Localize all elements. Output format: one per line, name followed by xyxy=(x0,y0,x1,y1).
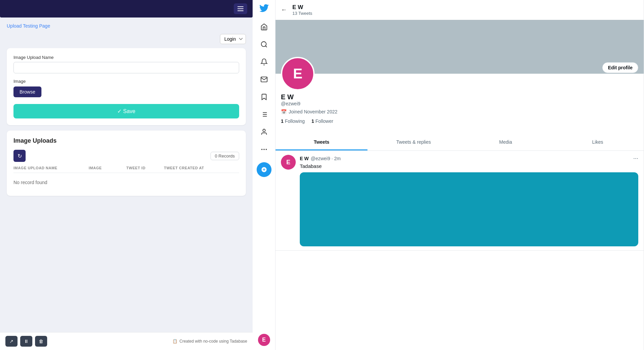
image-uploads-title: Image Uploads xyxy=(13,137,239,144)
right-panel: E ← E W 13 Tweets E Edit profile E W @ez… xyxy=(253,0,644,350)
app-header xyxy=(0,0,253,18)
col-image-upload-name: IMAGE UPLOAD NAME xyxy=(13,166,89,170)
svg-point-0 xyxy=(261,42,266,47)
hamburger-button[interactable] xyxy=(234,3,247,14)
svg-point-8 xyxy=(263,129,265,132)
table-toolbar: ↻ 0 Records xyxy=(13,150,239,162)
hamburger-line-1 xyxy=(237,6,244,7)
upload-form-card: Image Upload Name Image Browse ✓ Save xyxy=(7,48,246,125)
delete-icon: 🗑 xyxy=(39,339,43,344)
footer-actions: ↗ ⏸ 🗑 xyxy=(5,336,47,347)
sidebar-item-profile[interactable] xyxy=(257,125,271,139)
tweet-more-button[interactable]: ··· xyxy=(633,155,638,162)
followers-stat[interactable]: 1 Follower xyxy=(312,118,333,124)
tab-media[interactable]: Media xyxy=(460,135,552,150)
twitter-sidebar: E xyxy=(253,0,276,350)
profile-header-name: E W xyxy=(292,4,312,11)
pause-icon: ⏸ xyxy=(24,339,29,344)
profile-meta: 📅 Joined November 2022 xyxy=(281,109,638,114)
profile-section: E Edit profile E W @ezwei9 📅 Joined Nove… xyxy=(276,57,644,135)
tweet-user-info: E W @ezwei9 · 2m xyxy=(300,156,341,161)
twitter-logo xyxy=(259,4,269,14)
col-tweet-created-at: TWEET CREATED AT xyxy=(164,166,239,170)
sidebar-item-lists[interactable] xyxy=(257,107,271,122)
tab-tweets[interactable]: Tweets xyxy=(276,135,367,150)
back-button[interactable]: ← xyxy=(281,6,287,13)
table-header: IMAGE UPLOAD NAME IMAGE TWEET ID TWEET C… xyxy=(13,166,239,173)
tweet-header: E W @ezwei9 · 2m ··· xyxy=(300,155,638,162)
image-field-label: Image xyxy=(13,79,239,84)
login-select[interactable]: Login xyxy=(220,34,246,44)
svg-line-1 xyxy=(265,46,267,47)
breadcrumb[interactable]: Upload Testing Page xyxy=(7,23,50,29)
image-field: Browse xyxy=(13,86,239,104)
left-content: Upload Testing Page Login Image Upload N… xyxy=(0,18,253,332)
col-image: IMAGE xyxy=(89,166,126,170)
profile-header-tweet-count: 13 Tweets xyxy=(292,11,312,16)
sidebar-item-search[interactable] xyxy=(257,37,271,52)
joined-date: Joined November 2022 xyxy=(289,109,337,114)
tweet-text: Tadabase xyxy=(300,163,638,169)
tab-tweets-replies[interactable]: Tweets & replies xyxy=(367,135,459,150)
profile-tabs: Tweets Tweets & replies Media Likes xyxy=(276,135,644,151)
left-panel: Upload Testing Page Login Image Upload N… xyxy=(0,0,253,350)
sidebar-item-more[interactable] xyxy=(257,142,271,157)
back-icon: ← xyxy=(281,6,287,13)
records-badge: 0 Records xyxy=(211,152,239,160)
tweet-avatar: E xyxy=(281,155,296,170)
save-button[interactable]: ✓ Save xyxy=(13,104,239,118)
following-label: Following xyxy=(285,118,305,124)
following-stat[interactable]: 1 Following xyxy=(281,118,305,124)
profile-header-info: E W 13 Tweets xyxy=(292,4,312,16)
svg-point-11 xyxy=(261,149,262,150)
footer-brand: 📋 Created with no-code using Tadabase xyxy=(172,339,247,344)
compose-button[interactable] xyxy=(257,162,271,177)
profile-avatar: E xyxy=(281,57,315,91)
tweet-content: E W @ezwei9 · 2m ··· Tadabase xyxy=(300,155,638,246)
external-link-icon: ↗ xyxy=(9,339,13,344)
image-upload-name-input[interactable] xyxy=(13,62,239,73)
col-tweet-id: TWEET ID xyxy=(126,166,164,170)
edit-profile-button[interactable]: Edit profile xyxy=(602,62,638,73)
image-uploads-card: Image Uploads ↻ 0 Records IMAGE UPLOAD N… xyxy=(7,131,246,196)
sidebar-item-notifications[interactable] xyxy=(257,55,271,69)
image-upload-name-label: Image Upload Name xyxy=(13,55,239,60)
footer-brand-text: Created with no-code using Tadabase xyxy=(180,339,247,344)
sidebar-profile-avatar[interactable]: E xyxy=(258,334,270,346)
no-record-message: No record found xyxy=(13,176,239,189)
twitter-main: ← E W 13 Tweets E Edit profile E W @ezwe… xyxy=(276,0,644,350)
profile-name: E W xyxy=(281,93,638,101)
sidebar-item-messages[interactable] xyxy=(257,72,271,87)
following-count: 1 xyxy=(281,118,284,124)
hamburger-line-3 xyxy=(237,10,244,11)
refresh-button[interactable]: ↻ xyxy=(13,150,26,162)
profile-header-bar: ← E W 13 Tweets xyxy=(276,0,644,20)
tab-likes[interactable]: Likes xyxy=(552,135,644,150)
refresh-icon: ↻ xyxy=(18,153,22,159)
profile-handle: @ezwei9 xyxy=(281,101,638,106)
tweet-handle-time: @ezwei9 · 2m xyxy=(311,156,341,161)
tweet-container: E E W @ezwei9 · 2m ··· Tadabase xyxy=(276,151,644,251)
pause-button[interactable]: ⏸ xyxy=(20,336,32,347)
tadabase-icon: 📋 xyxy=(172,339,178,344)
followers-label: Follower xyxy=(316,118,333,124)
delete-button[interactable]: 🗑 xyxy=(35,336,47,347)
followers-count: 1 xyxy=(312,118,314,124)
sidebar-item-home[interactable] xyxy=(257,20,271,34)
profile-stats: 1 Following 1 Follower xyxy=(281,118,638,124)
left-footer: ↗ ⏸ 🗑 📋 Created with no-code using Tadab… xyxy=(0,332,253,350)
svg-point-9 xyxy=(264,149,264,150)
tweet-image xyxy=(300,172,638,246)
tweet-name: E W xyxy=(300,156,309,161)
external-link-button[interactable]: ↗ xyxy=(5,336,18,347)
svg-point-10 xyxy=(266,149,266,150)
browse-button[interactable]: Browse xyxy=(13,86,41,97)
sidebar-item-bookmarks[interactable] xyxy=(257,90,271,104)
hamburger-line-2 xyxy=(237,8,244,9)
calendar-icon: 📅 xyxy=(281,109,287,114)
login-row: Login xyxy=(7,34,246,44)
